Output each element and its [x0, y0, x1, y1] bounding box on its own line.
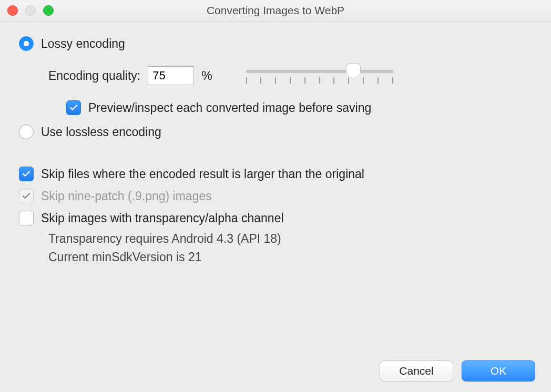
- close-icon[interactable]: [7, 5, 18, 16]
- row-lossy-encoding: Lossy encoding: [19, 36, 532, 51]
- slider-thumb-icon[interactable]: [346, 64, 361, 78]
- label-lossless-encoding: Use lossless encoding: [41, 125, 161, 139]
- minimize-icon[interactable]: [25, 5, 36, 16]
- row-lossless-encoding: Use lossless encoding: [19, 125, 532, 139]
- row-skip-alpha: Skip images with transparency/alpha chan…: [19, 211, 532, 225]
- label-quality-unit: %: [201, 69, 212, 83]
- checkbox-skip-ninepatch: [19, 189, 34, 203]
- row-encoding-quality: Encoding quality: %: [48, 65, 532, 87]
- label-preview: Preview/inspect each converted image bef…: [88, 101, 371, 115]
- checkbox-preview[interactable]: [66, 100, 81, 115]
- note-transparency-api: Transparency requires Android 4.3 (API 1…: [48, 230, 532, 248]
- note-minsdk: Current minSdkVersion is 21: [48, 248, 532, 266]
- window-title: Converting Images to WebP: [207, 4, 344, 16]
- label-skip-ninepatch: Skip nine-patch (.9.png) images: [41, 189, 212, 203]
- ok-button[interactable]: OK: [462, 360, 535, 381]
- row-preview: Preview/inspect each converted image bef…: [66, 100, 532, 115]
- checkbox-skip-alpha[interactable]: [19, 211, 34, 225]
- radio-lossy-encoding[interactable]: [19, 36, 34, 51]
- encoding-quality-slider[interactable]: [246, 65, 393, 87]
- checkbox-skip-larger[interactable]: [19, 167, 34, 181]
- encoding-quality-input[interactable]: [148, 66, 194, 85]
- label-skip-larger: Skip files where the encoded result is l…: [41, 167, 364, 181]
- radio-lossless-encoding[interactable]: [19, 125, 34, 139]
- label-encoding-quality: Encoding quality:: [48, 69, 140, 83]
- slider-ticks: [246, 77, 393, 84]
- dialog-content: Lossy encoding Encoding quality: % Previ…: [0, 22, 551, 266]
- zoom-icon[interactable]: [43, 5, 54, 16]
- slider-track: [246, 70, 393, 73]
- window-controls: [7, 5, 54, 16]
- row-skip-larger: Skip files where the encoded result is l…: [19, 167, 532, 181]
- label-lossy-encoding: Lossy encoding: [41, 37, 125, 51]
- label-skip-alpha: Skip images with transparency/alpha chan…: [41, 211, 284, 225]
- titlebar: Converting Images to WebP: [0, 0, 551, 22]
- dialog-footer: Cancel OK: [380, 360, 535, 381]
- row-skip-ninepatch: Skip nine-patch (.9.png) images: [19, 189, 532, 203]
- cancel-button[interactable]: Cancel: [380, 360, 453, 381]
